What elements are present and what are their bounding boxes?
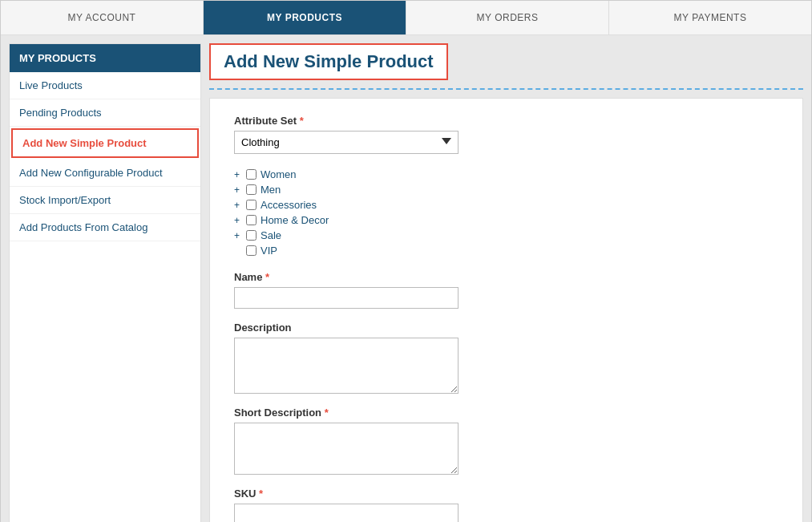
checkbox-women[interactable]	[246, 169, 257, 180]
attribute-set-required-star: *	[300, 115, 304, 127]
checkbox-home-decor[interactable]	[246, 215, 257, 225]
sidebar-item-add-new-simple-product[interactable]: Add New Simple Product	[11, 128, 199, 158]
category-label-men: Men	[261, 184, 281, 196]
checkbox-accessories[interactable]	[246, 200, 257, 210]
checkbox-men[interactable]	[246, 184, 257, 195]
sidebar-item-add-new-configurable-product[interactable]: Add New Configurable Product	[10, 160, 200, 187]
tab-my-orders[interactable]: MY ORDERS	[406, 1, 609, 34]
content-area: Add New Simple Product Attribute Set * C…	[209, 43, 803, 522]
attribute-set-label: Attribute Set *	[234, 115, 778, 127]
sku-input[interactable]	[234, 504, 459, 522]
sidebar: MY PRODUCTS Live Products Pending Produc…	[9, 43, 201, 522]
plus-icon-sale[interactable]: +	[234, 230, 242, 241]
description-label: Description	[234, 322, 778, 334]
tab-my-account[interactable]: MY ACCOUNT	[1, 1, 204, 34]
description-textarea[interactable]	[234, 338, 459, 394]
attribute-set-select[interactable]: Clothing	[234, 131, 459, 154]
name-group: Name *	[234, 271, 778, 309]
form-panel: Attribute Set * Clothing + Women +	[209, 98, 803, 522]
page-title-divider	[209, 88, 803, 90]
checkbox-vip[interactable]	[246, 245, 257, 256]
attribute-set-group: Attribute Set * Clothing	[234, 115, 778, 154]
short-description-textarea[interactable]	[234, 423, 459, 475]
category-item-women: + Women	[234, 167, 778, 182]
page-title: Add New Simple Product	[224, 51, 434, 72]
sku-group: SKU *	[234, 488, 778, 522]
plus-icon-home-decor[interactable]: +	[234, 215, 242, 226]
sidebar-header: MY PRODUCTS	[10, 44, 200, 72]
category-item-men: + Men	[234, 182, 778, 197]
description-group: Description	[234, 322, 778, 394]
tab-my-payments[interactable]: MY PAYMENTS	[609, 1, 811, 34]
sidebar-item-add-products-from-catalog[interactable]: Add Products From Catalog	[10, 214, 200, 241]
sku-label: SKU *	[234, 488, 778, 500]
sidebar-item-pending-products[interactable]: Pending Products	[10, 99, 200, 127]
plus-icon-women[interactable]: +	[234, 169, 242, 180]
category-item-vip: VIP	[234, 243, 778, 258]
category-label-accessories: Accessories	[261, 199, 317, 211]
page-title-box: Add New Simple Product	[209, 43, 448, 80]
category-item-accessories: + Accessories	[234, 197, 778, 212]
category-label-women: Women	[261, 168, 297, 180]
checkbox-sale[interactable]	[246, 230, 257, 241]
categories-group: + Women + Men + Accessories	[234, 167, 778, 258]
name-required-star: *	[265, 271, 269, 283]
category-item-home-decor: + Home & Decor	[234, 212, 778, 228]
top-nav: MY ACCOUNT MY PRODUCTS MY ORDERS MY PAYM…	[1, 1, 811, 35]
category-label-sale: Sale	[261, 229, 281, 241]
sku-required-star: *	[259, 488, 263, 500]
category-label-home-decor: Home & Decor	[261, 214, 329, 226]
short-description-required-star: *	[325, 407, 329, 419]
short-description-group: Short Description *	[234, 407, 778, 475]
main-layout: MY PRODUCTS Live Products Pending Produc…	[1, 35, 811, 522]
tab-my-products[interactable]: MY PRODUCTS	[204, 1, 406, 34]
category-item-sale: + Sale	[234, 228, 778, 243]
plus-icon-accessories[interactable]: +	[234, 200, 242, 211]
category-label-vip: VIP	[261, 245, 277, 257]
sidebar-item-stock-import-export[interactable]: Stock Import/Export	[10, 187, 200, 214]
plus-icon-men[interactable]: +	[234, 184, 242, 196]
short-description-label: Short Description *	[234, 407, 778, 419]
name-label: Name *	[234, 271, 778, 283]
name-input[interactable]	[234, 287, 459, 309]
sidebar-item-live-products[interactable]: Live Products	[10, 72, 200, 99]
